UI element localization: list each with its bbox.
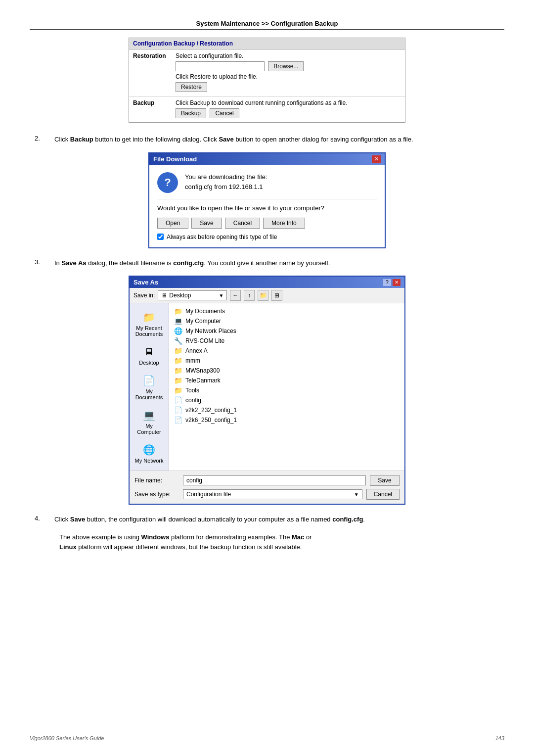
page-title: System Maintenance >> Configuration Back… (196, 20, 338, 27)
my-documents-icon: 📄 (141, 374, 157, 387)
closing-paragraph: The above example is using Windows platf… (59, 532, 494, 553)
doc-icon: 📄 (174, 406, 182, 414)
question-icon: ? (157, 172, 178, 193)
list-item[interactable]: 📄config (172, 395, 401, 405)
list-item[interactable]: 📁Tools (172, 385, 401, 395)
step-3: 3. In Save As dialog, the default filena… (30, 258, 504, 268)
help-icon-button[interactable]: ? (383, 279, 391, 286)
save-action-button[interactable]: Save (370, 475, 400, 486)
step4-text3: . (363, 516, 365, 523)
save-as-toolbar: Save in: 🖥 Desktop ▼ ← ↑ 📁 ⊞ (130, 288, 404, 303)
folder-icon: 💻 (174, 317, 182, 325)
restoration-content: Select a configuration file. Browse... C… (174, 49, 310, 96)
my-documents-label: My Documents (134, 388, 165, 400)
browse-button[interactable]: Browse... (268, 61, 304, 71)
file-info-row: ? You are downloading the file: config.c… (157, 172, 377, 193)
file-download-btn-row: Open Save Cancel More Info (157, 218, 377, 229)
list-item[interactable]: 📁MWSnap300 (172, 366, 401, 376)
save-type-dropdown[interactable]: Configuration file ▼ (183, 489, 362, 499)
page-footer: Vigor2800 Series User's Guide 143 (30, 732, 504, 741)
backup-button[interactable]: Backup (176, 108, 206, 118)
save-in-dropdown[interactable]: 🖥 Desktop ▼ (158, 290, 227, 300)
backup-label: Backup (129, 96, 174, 122)
recent-icon: 📁 (141, 310, 157, 324)
file-download-body: ? You are downloading the file: config.c… (149, 165, 385, 247)
footer-left: Vigor2800 Series User's Guide (30, 735, 104, 741)
save-as-sidebar: 📁 My RecentDocuments 🖥 Desktop 📄 My Docu… (130, 303, 169, 471)
dropdown-chevron-icon: ▼ (219, 293, 223, 298)
step4-bold2: config.cfg (332, 516, 363, 523)
new-folder-icon-button[interactable]: 📁 (258, 290, 268, 301)
always-ask-checkbox[interactable] (157, 234, 164, 240)
save-as-bottom: File name: Save Save as type: Configurat… (130, 471, 404, 504)
folder-icon: 📁 (174, 307, 182, 315)
step3-text2: dialog, the default filename is (87, 259, 174, 267)
doc-icon: 📄 (174, 396, 182, 404)
desktop-icon: 🖥 (161, 292, 167, 299)
view-icon-button[interactable]: ⊞ (271, 290, 282, 301)
backup-btn-row: Backup Cancel (176, 108, 348, 118)
download-line1: You are downloading the file: (185, 172, 267, 183)
save-type-value: Configuration file (186, 491, 231, 498)
save-button[interactable]: Save (191, 218, 222, 229)
more-info-button[interactable]: More Info (263, 218, 305, 229)
sidebar-my-documents[interactable]: 📄 My Documents (132, 372, 167, 402)
step2-text3: button to open another dialog for saving… (234, 136, 413, 143)
title-icons: ? ✕ (383, 279, 400, 286)
desktop-sidebar-label: Desktop (139, 360, 159, 366)
file-download-title-bar: File Download ✕ (149, 153, 385, 165)
file-download-title: File Download (153, 155, 197, 163)
restoration-label: Restoration (129, 49, 174, 96)
list-item[interactable]: 🔧RVS-COM Lite (172, 336, 401, 346)
step-2-num: 2. (30, 135, 54, 144)
save-type-chevron-icon: ▼ (354, 492, 359, 497)
list-item[interactable]: 📁TeleDanmark (172, 376, 401, 385)
open-button[interactable]: Open (157, 218, 188, 229)
close-icon-button[interactable]: ✕ (393, 279, 400, 286)
file-download-close-button[interactable]: ✕ (372, 155, 381, 163)
restoration-line2: Click Restore to upload the file. (176, 73, 306, 80)
restoration-line1: Select a configuration file. (176, 52, 306, 59)
sidebar-my-computer[interactable]: 💻 My Computer (132, 406, 167, 437)
restore-btn-row: Restore (176, 82, 306, 92)
file-name-input[interactable] (183, 475, 366, 485)
file-name-label: File name: (134, 477, 179, 484)
up-icon-button[interactable]: ↑ (244, 290, 255, 301)
step4-bold1: Save (70, 516, 85, 523)
folder-icon: 📁 (174, 347, 182, 355)
restore-button[interactable]: Restore (176, 82, 207, 92)
save-type-row: Save as type: Configuration file ▼ Cance… (134, 489, 400, 500)
list-item[interactable]: 💻My Computer (172, 316, 401, 326)
sidebar-my-network[interactable]: 🌐 My Network (133, 441, 165, 466)
step-4: 4. Click Save button, the configuration … (30, 515, 504, 524)
step3-bold2: config.cfg (173, 259, 204, 267)
save-cancel-button[interactable]: Cancel (366, 489, 400, 500)
restoration-section: Restoration Select a configuration file.… (129, 49, 405, 96)
footer-right: 143 (495, 735, 504, 741)
list-item[interactable]: 🌐My Network Places (172, 326, 401, 336)
step-3-content: In Save As dialog, the default filename … (54, 258, 504, 268)
list-item[interactable]: 📁My Documents (172, 306, 401, 316)
list-item[interactable]: 📄v2k2_232_config_1 (172, 405, 401, 415)
list-item[interactable]: 📁mmm (172, 356, 401, 366)
file-list: 📁My Documents 💻My Computer 🌐My Network P… (169, 303, 404, 471)
step2-bold1: Backup (70, 136, 93, 143)
page-title-bar: System Maintenance >> Configuration Back… (30, 20, 504, 30)
checkbox-row: Always ask before opening this type of f… (157, 234, 377, 240)
folder-icon: 📁 (174, 357, 182, 365)
folder-icon: 📁 (174, 386, 182, 394)
list-item[interactable]: 📁Annex A (172, 346, 401, 356)
sidebar-desktop[interactable]: 🖥 Desktop (137, 343, 161, 368)
config-table: Configuration Backup / Restoration Resto… (129, 38, 405, 123)
download-line2: config.cfg from 192.168.1.1 (185, 182, 267, 192)
list-item[interactable]: 📄v2k6_250_config_1 (172, 415, 401, 425)
back-icon-button[interactable]: ← (230, 290, 241, 301)
sidebar-recent[interactable]: 📁 My RecentDocuments (134, 308, 165, 339)
cancel-button[interactable]: Cancel (210, 108, 239, 118)
step-3-num: 3. (30, 258, 54, 268)
file-input[interactable] (176, 61, 265, 71)
step3-text3: . You could give it another name by your… (204, 259, 330, 267)
cancel-button[interactable]: Cancel (225, 218, 260, 229)
desktop-sidebar-icon: 🖥 (141, 345, 157, 359)
my-computer-label: My Computer (134, 423, 165, 435)
